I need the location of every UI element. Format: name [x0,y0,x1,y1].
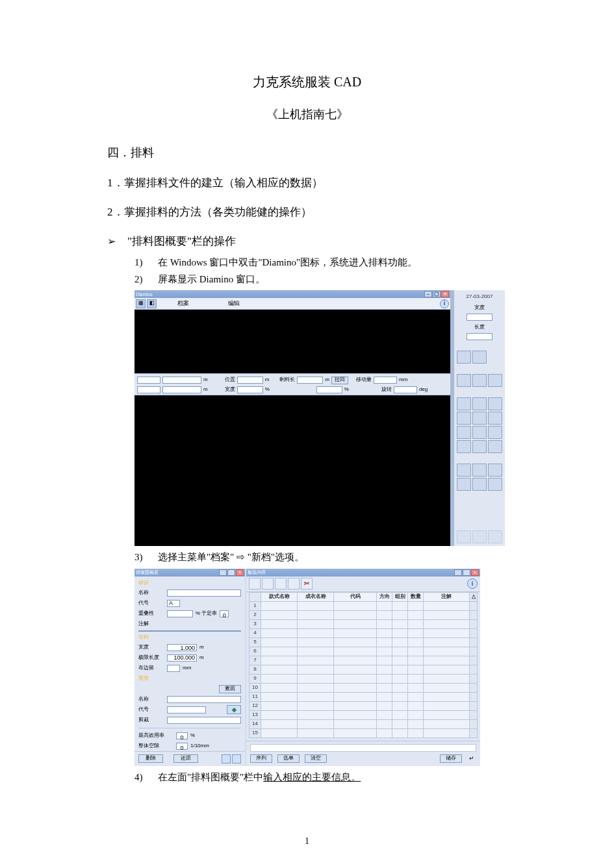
inp-width[interactable]: 1.000 [167,644,197,651]
cell[interactable] [261,710,298,719]
tool-c10[interactable] [457,440,471,453]
table-row[interactable]: 13 [249,710,478,719]
tool-a2[interactable] [472,351,487,364]
cell[interactable] [334,692,377,701]
cell[interactable] [298,701,334,710]
cell[interactable] [392,601,408,610]
cell[interactable] [377,656,392,665]
close-button[interactable]: × [441,291,449,297]
table-row[interactable]: 6 [249,647,478,656]
tool-e2[interactable] [472,530,487,543]
tool-c6[interactable] [488,412,502,425]
cell[interactable] [392,710,408,719]
tool-c1[interactable] [457,397,471,410]
cell[interactable] [392,674,408,683]
cell[interactable] [424,710,470,719]
field-input-2[interactable] [162,377,201,384]
btn-save[interactable]: 储存 [440,754,462,763]
cell[interactable] [334,719,377,728]
field-width[interactable] [237,386,263,393]
cell[interactable] [377,638,392,647]
inp-name2[interactable] [167,696,241,703]
tool-c5[interactable] [472,412,487,425]
cell[interactable] [298,601,334,610]
table-row[interactable]: 4 [249,628,478,638]
field-pct[interactable] [316,386,342,393]
cell[interactable] [408,719,424,728]
inp-cut[interactable] [167,717,241,724]
table-row[interactable]: 11 [249,692,478,701]
field-input-1[interactable] [137,377,160,384]
maximize-button[interactable]: ▢ [433,291,441,297]
inp-overlap-suffix[interactable]: 0 [220,610,229,617]
cell[interactable] [424,683,470,692]
cell[interactable] [392,692,408,701]
cell[interactable] [261,701,298,710]
table-row[interactable]: 1 [249,601,478,610]
cell[interactable] [298,710,334,719]
enter-icon[interactable]: ↵ [467,754,476,763]
cell[interactable] [424,638,470,647]
field-input-4[interactable] [162,386,201,393]
menu-edit[interactable]: 编辑 [228,299,240,308]
cell[interactable] [298,719,334,728]
cell[interactable] [408,638,424,647]
cell[interactable] [392,628,408,638]
cell[interactable] [334,710,377,719]
tool-a1[interactable] [457,351,471,364]
cell[interactable] [408,728,424,738]
field-rotate[interactable] [394,386,417,393]
tool-d4[interactable] [457,478,471,491]
inp-maxeff[interactable]: 0 [176,732,188,739]
cell[interactable] [298,692,334,701]
cell[interactable] [261,628,298,638]
tool-d6[interactable] [488,478,502,491]
cell[interactable] [261,665,298,674]
table-row[interactable]: 2 [249,610,478,619]
cell[interactable] [261,638,298,647]
inp-name[interactable] [167,589,241,597]
cell[interactable] [261,674,298,683]
cell[interactable] [261,692,298,701]
cell[interactable] [408,674,424,683]
cell[interactable] [298,665,334,674]
cell[interactable] [261,610,298,619]
cell[interactable] [408,619,424,628]
cell[interactable] [298,647,334,656]
cell[interactable] [334,628,377,638]
menu-icon-1[interactable]: ▦ [136,299,146,308]
cell[interactable] [392,638,408,647]
cell[interactable] [334,728,377,738]
field-remain[interactable] [297,377,323,384]
btn-restore[interactable]: 还原 [173,754,198,763]
left-min[interactable]: – [219,569,227,576]
cell[interactable] [377,692,392,701]
tool-d1[interactable] [457,464,471,477]
cell[interactable] [424,665,470,674]
cell[interactable] [392,619,408,628]
cell[interactable] [408,665,424,674]
tool-b2[interactable] [472,374,487,387]
cell[interactable] [377,683,392,692]
left-max[interactable]: ▢ [227,569,235,576]
inp-code[interactable]: A [167,600,180,607]
cell[interactable] [424,610,470,619]
cell[interactable] [392,656,408,665]
tool-d5[interactable] [472,478,487,491]
cell[interactable] [298,656,334,665]
cell[interactable] [261,619,298,628]
cell[interactable] [298,728,334,738]
diamond-icon[interactable]: ◆ [227,705,241,714]
cell[interactable] [424,656,470,665]
end-icon-2[interactable] [232,754,241,763]
cell[interactable] [408,683,424,692]
tool-c12[interactable] [488,440,502,453]
cell[interactable] [377,710,392,719]
tool-c9[interactable] [488,426,502,439]
cell[interactable] [298,638,334,647]
cell[interactable] [392,665,408,674]
cell[interactable] [377,647,392,656]
menu-file[interactable]: 档案 [177,299,189,308]
table-row[interactable]: 10 [249,683,478,692]
btn-pull[interactable]: 拉回 [331,377,348,384]
